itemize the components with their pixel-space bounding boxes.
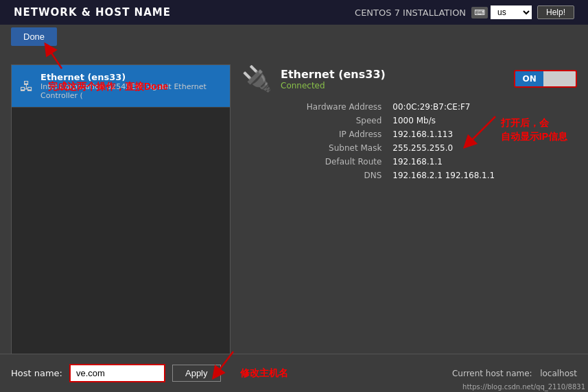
left-panel: 🖧 Ethernet (ens33) Intel Corporation 825…	[11, 64, 231, 382]
hostname-input[interactable]	[69, 364, 165, 382]
hostname-label: Host name:	[11, 368, 62, 378]
dns-value: 192.168.2.1 192.168.1.1	[388, 169, 577, 182]
toggle-switch[interactable]: ON	[514, 70, 577, 88]
done-area: Done	[11, 27, 57, 46]
device-icon: 🔌	[242, 64, 272, 93]
device-header: 🔌 Ethernet (ens33) Connected ON	[242, 64, 577, 93]
hardware-address-value: 00:0C:29:B7:CE:F7	[388, 100, 577, 114]
page-header: NETWORK & HOST NAME CENTOS 7 INSTALLATIO…	[0, 0, 588, 25]
network-list: 🖧 Ethernet (ens33) Intel Corporation 825…	[11, 64, 231, 361]
content-area: 🖧 Ethernet (ens33) Intel Corporation 825…	[0, 58, 588, 389]
table-row: Default Route 192.168.1.1	[242, 155, 577, 169]
ip-value: 192.168.1.113	[388, 127, 577, 141]
current-hostname-label: Current host name:	[452, 369, 532, 378]
speed-label: Speed	[242, 114, 388, 127]
toggle-on-label: ON	[515, 71, 543, 86]
network-item-info: Ethernet (ens33) Intel Corporation 82545…	[40, 72, 222, 100]
table-row: IP Address 192.168.1.113	[242, 127, 577, 141]
network-item-name: Ethernet (ens33)	[40, 72, 222, 82]
keyboard-icon: ⌨	[471, 7, 488, 19]
dns-label: DNS	[242, 169, 388, 182]
device-status: Connected	[281, 81, 386, 90]
current-hostname-value: localhost	[540, 369, 577, 378]
right-panel: 🔌 Ethernet (ens33) Connected ON Hardware…	[242, 64, 577, 382]
url-bar: https://blog.csdn.net/qq_2110/8831	[460, 382, 588, 392]
network-item-desc: Intel Corporation 82545EM Gigabit Ethern…	[40, 82, 222, 100]
done-button[interactable]: Done	[11, 27, 57, 46]
device-title-area: 🔌 Ethernet (ens33) Connected	[242, 64, 386, 93]
subnet-label: Subnet Mask	[242, 141, 388, 155]
current-hostname: Current host name: localhost	[452, 369, 577, 378]
device-info-header: Ethernet (ens33) Connected	[281, 68, 386, 90]
ip-label: IP Address	[242, 127, 388, 141]
header-right: CENTOS 7 INSTALLATION ⌨ us Help!	[355, 5, 574, 19]
device-info-table: Hardware Address 00:0C:29:B7:CE:F7 Speed…	[242, 100, 577, 182]
page-title: NETWORK & HOST NAME	[14, 6, 171, 19]
speed-value: 1000 Mb/s	[388, 114, 577, 127]
lang-select[interactable]: us	[491, 5, 532, 19]
help-button[interactable]: Help!	[537, 5, 574, 19]
table-row: DNS 192.168.2.1 192.168.1.1	[242, 169, 577, 182]
centos-title: CENTOS 7 INSTALLATION	[355, 8, 466, 18]
subnet-value: 255.255.255.0	[388, 141, 577, 155]
apply-button[interactable]: Apply	[172, 365, 221, 382]
table-row: Speed 1000 Mb/s	[242, 114, 577, 127]
table-row: Hardware Address 00:0C:29:B7:CE:F7	[242, 100, 577, 114]
hardware-address-label: Hardware Address	[242, 100, 388, 114]
network-list-item[interactable]: 🖧 Ethernet (ens33) Intel Corporation 825…	[12, 65, 230, 108]
ethernet-icon: 🖧	[20, 78, 34, 95]
device-title: Ethernet (ens33)	[281, 68, 386, 81]
default-route-label: Default Route	[242, 155, 388, 169]
default-route-value: 192.168.1.1	[388, 155, 577, 169]
toggle-off-area	[543, 71, 576, 86]
table-row: Subnet Mask 255.255.255.0	[242, 141, 577, 155]
keyboard-select: ⌨ us	[471, 5, 532, 19]
